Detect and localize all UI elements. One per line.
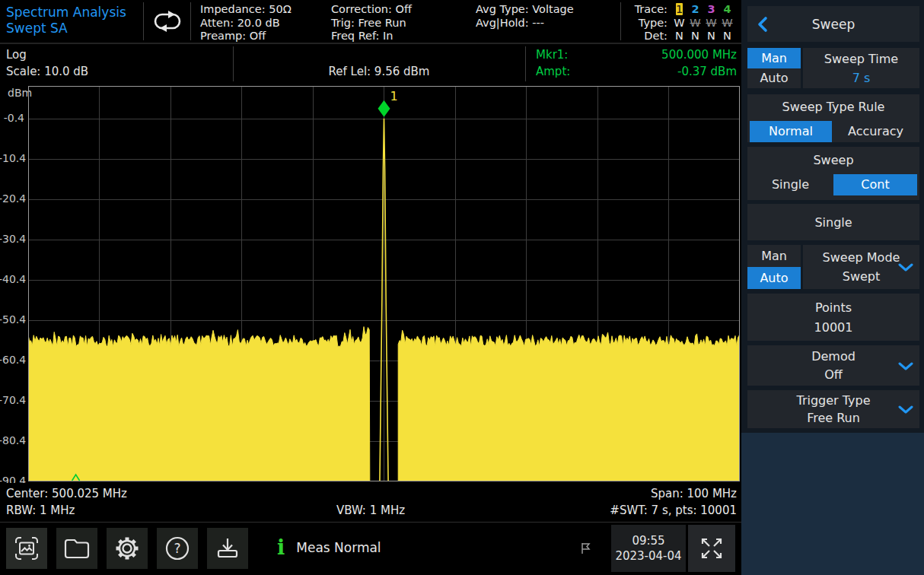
sweep-toggle-label: Sweep — [747, 153, 919, 173]
sweep-mode-auto-option[interactable]: Auto — [747, 267, 801, 289]
spectrum-analyzer-app: Spectrum Analysis Swept SA Impedance: 50… — [0, 0, 924, 575]
sweep-menu-sidebar: Sweep Man Auto Sweep Time 7 s Sweep Type… — [741, 0, 924, 575]
freq-ref-readout: Freq Ref: In — [331, 30, 476, 43]
trace-3-button[interactable]: 3 — [703, 3, 719, 17]
clock-date: 2023-04-04 — [615, 548, 681, 564]
correction-settings-group: Correction: Off Trig: Free Run Freq Ref:… — [331, 0, 476, 43]
sweep-single-option[interactable]: Single — [747, 177, 833, 192]
bottom-toolbar: ? i Meas Normal — [0, 522, 741, 573]
points-button[interactable]: Points 10001 — [747, 294, 919, 341]
chart-annotation-footer: Center: 500.025 MHz Span: 100 MHz RBW: 1… — [0, 483, 741, 522]
chevron-down-icon — [898, 362, 913, 370]
scale-per-div: Scale: 10.0 dB — [6, 65, 88, 78]
sidebar-title: Sweep — [747, 17, 919, 32]
marker-1-diamond[interactable] — [378, 100, 390, 117]
measurement-status: i Meas Normal — [277, 538, 381, 557]
sweep-time-panel: Man Auto Sweep Time 7 s — [747, 48, 919, 88]
y-tick-label: -50.4 — [0, 313, 24, 326]
trace-1-badge[interactable]: 1 — [671, 3, 687, 17]
y-tick-label: -20.4 — [0, 192, 24, 205]
sweep-time-value: 7 s — [852, 68, 871, 87]
display-column: Spectrum Analysis Swept SA Impedance: 50… — [0, 0, 741, 575]
separator — [525, 46, 526, 81]
sweep-mode-man-option[interactable]: Man — [747, 245, 801, 267]
clock-time: 09:55 — [632, 533, 664, 548]
single-sweep-label: Single — [814, 215, 852, 230]
chart-annotation-header: Log Scale: 10.0 dB Ref Lel: 9.56 dBm Mkr… — [0, 44, 741, 84]
spectrum-plot-area: dBm -0.4-10.4-20.4-30.4-40.4-50.4-60.4-7… — [0, 84, 741, 483]
trace-2-type: W — [687, 17, 703, 30]
sweep-mode-dropdown[interactable]: Sweep Mode Swept — [803, 245, 919, 289]
datetime-display[interactable]: 09:55 2023-04-04 — [611, 525, 686, 572]
flag-icon — [579, 542, 591, 554]
trigger-type-dropdown[interactable]: Trigger Type Free Run — [747, 390, 919, 428]
sweep-mode-panel: Man Auto Sweep Mode Swept — [747, 245, 919, 289]
y-tick-label: -0.4 — [0, 112, 24, 124]
folder-icon — [63, 537, 91, 560]
help-button[interactable]: ? — [157, 528, 198, 569]
mode-title-line1: Spectrum Analysis — [6, 5, 143, 21]
average-settings-group: Avg Type: Voltage Avg|Hold: --- — [476, 0, 620, 43]
fullscreen-button[interactable] — [688, 525, 735, 572]
ref-level-readout: Ref Lel: 9.56 dBm — [233, 65, 525, 78]
file-manager-button[interactable] — [56, 528, 97, 569]
span-readout: Span: 100 MHz — [651, 487, 737, 500]
y-tick-label: -70.4 — [0, 394, 24, 406]
help-icon: ? — [164, 535, 190, 561]
trace-status-block: Trace: 1 2 3 4 Type: W W W W Det: N N N … — [621, 0, 741, 43]
single-sweep-button[interactable]: Single — [747, 204, 919, 240]
sweep-type-normal-option[interactable]: Normal — [750, 121, 832, 142]
trigger-type-value: Free Run — [747, 409, 919, 427]
flag-indicator — [579, 542, 591, 554]
y-tick-label: -40.4 — [0, 273, 24, 285]
continuous-sweep-button[interactable] — [144, 0, 190, 43]
sweep-type-accuracy-option[interactable]: Accuracy — [832, 124, 919, 138]
sweep-time-auto-option[interactable]: Auto — [747, 68, 801, 89]
avg-type-readout: Avg Type: Voltage — [476, 3, 620, 17]
det-row-label: Det: — [635, 30, 671, 43]
trig-readout: Trig: Free Run — [331, 17, 476, 30]
sweep-time-button[interactable]: Sweep Time 7 s — [803, 48, 919, 88]
trace-2-det: N — [687, 30, 703, 43]
screenshot-button[interactable] — [6, 528, 47, 569]
sweep-mode-man-auto-toggle: Man Auto — [747, 245, 801, 289]
gear-icon — [113, 535, 141, 562]
save-download-icon — [215, 535, 241, 561]
sidebar-header: Sweep — [747, 6, 919, 42]
demod-value: Off — [747, 366, 919, 384]
marker-freq-label: Mkr1: — [536, 48, 568, 62]
trace-1-det: N — [671, 30, 687, 43]
sweep-time-man-auto-toggle: Man Auto — [747, 48, 801, 88]
demod-dropdown[interactable]: Demod Off — [747, 345, 919, 386]
y-tick-label: -80.4 — [0, 434, 24, 446]
marker-ampt-value: -0.37 dBm — [677, 65, 737, 78]
trace-3-type: W — [703, 17, 719, 30]
trigger-type-label: Trigger Type — [747, 392, 919, 409]
spectrum-trace-plot[interactable]: 1 — [28, 86, 740, 481]
y-tick-label: -10.4 — [0, 152, 24, 164]
demod-label: Demod — [747, 348, 919, 366]
repeat-icon — [150, 9, 185, 33]
sweep-cont-panel: Sweep Single Cont — [747, 147, 919, 200]
marker-ampt-label: Ampt: — [536, 65, 570, 78]
sweep-cont-option[interactable]: Cont — [833, 174, 917, 195]
input-settings-group: Impedance: 50Ω Atten: 20.0 dB Preamp: Of… — [200, 0, 331, 43]
separator — [190, 2, 191, 40]
trace-4-button[interactable]: 4 — [719, 3, 735, 17]
trace-2-button[interactable]: 2 — [687, 3, 703, 17]
trace-1-type: W — [671, 17, 687, 30]
back-button[interactable] — [757, 16, 769, 33]
sweep-time-label: Sweep Time — [824, 49, 898, 68]
top-status-bar: Spectrum Analysis Swept SA Impedance: 50… — [0, 0, 741, 44]
correction-readout: Correction: Off — [331, 3, 476, 17]
meas-status-label: Meas Normal — [296, 540, 381, 555]
settings-button[interactable] — [107, 528, 148, 569]
sweep-time-man-option[interactable]: Man — [747, 48, 801, 68]
trace-row-label: Trace: — [635, 3, 671, 17]
atten-readout: Atten: 20.0 dB — [200, 17, 331, 30]
save-button[interactable] — [207, 528, 248, 569]
trace-4-det: N — [719, 30, 735, 43]
sweep-mode-value: Swept — [843, 267, 881, 286]
chevron-down-icon — [898, 405, 913, 414]
center-freq-readout: Center: 500.025 MHz — [6, 487, 127, 500]
